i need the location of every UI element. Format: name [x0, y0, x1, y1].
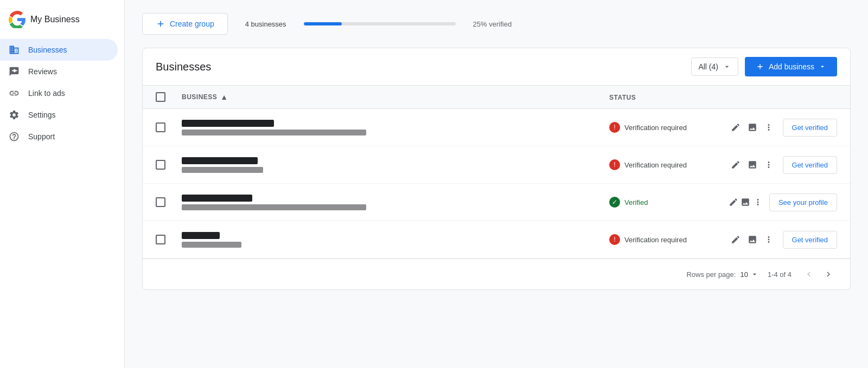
top-action-bar: Create group 4 businesses 25% verified [142, 13, 851, 35]
row2-get-verified-button[interactable]: Get verified [783, 156, 837, 174]
row1-business-info [182, 120, 609, 135]
row1-photo-button[interactable] [745, 118, 760, 137]
row1-status: ! Verification required [609, 122, 729, 133]
row2-checkbox[interactable] [156, 160, 165, 170]
add-icon [156, 19, 165, 29]
row3-business-info [182, 195, 609, 210]
row4-business-name [182, 232, 220, 239]
businesses-title: Businesses [156, 61, 211, 73]
chevron-left-icon [804, 269, 814, 279]
add-business-button[interactable]: Add business [745, 57, 837, 76]
reviews-icon [9, 66, 20, 77]
google-logo-icon [9, 11, 26, 28]
select-all-checkbox[interactable] [156, 92, 165, 102]
progress-section: 4 businesses 25% verified [237, 20, 851, 28]
more-icon [764, 160, 774, 170]
sidebar-item-settings-label: Settings [28, 111, 56, 119]
rows-per-page-value: 10 [740, 270, 748, 279]
row3-edit-button[interactable] [729, 192, 738, 212]
rows-dropdown-icon [750, 270, 759, 279]
select-all-checkbox-area [156, 92, 182, 102]
business-column-header[interactable]: Business ▲ [182, 93, 609, 101]
row1-status-icon: ! [609, 122, 620, 133]
row4-photo-button[interactable] [745, 230, 760, 249]
status-column-header: Status [609, 92, 729, 102]
sidebar-item-reviews[interactable]: Reviews [0, 61, 118, 82]
row3-checkbox[interactable] [156, 197, 165, 207]
row2-more-button[interactable] [762, 155, 776, 175]
row3-more-button[interactable] [753, 192, 763, 212]
add-business-icon [756, 62, 764, 71]
sidebar-item-settings[interactable]: Settings [0, 104, 118, 126]
row4-get-verified-button[interactable]: Get verified [783, 231, 837, 249]
row1-edit-button[interactable] [729, 118, 743, 137]
row2-edit-button[interactable] [729, 155, 743, 175]
row3-status: ✓ Verified [609, 197, 729, 208]
verified-percent: 25% verified [473, 20, 512, 28]
add-business-dropdown-icon [819, 63, 826, 70]
sidebar-item-support[interactable]: Support [0, 126, 118, 147]
row2-business-address [182, 167, 263, 173]
page-nav [800, 266, 837, 283]
support-icon [9, 131, 20, 142]
row1-business-address [182, 130, 366, 135]
row1-actions: Get verified [729, 118, 837, 137]
prev-page-button[interactable] [800, 266, 818, 283]
filter-dropdown[interactable]: All (4) [691, 57, 738, 76]
page-info: 1-4 of 4 [768, 270, 792, 279]
row1-get-verified-button[interactable]: Get verified [783, 119, 837, 137]
sidebar-item-support-label: Support [28, 132, 55, 141]
sidebar-item-link-to-ads-label: Link to ads [28, 89, 65, 98]
photo-icon [748, 160, 757, 170]
sidebar-item-link-to-ads[interactable]: Link to ads [0, 82, 118, 104]
businesses-section: Businesses All (4) Add business [142, 48, 851, 290]
chevron-down-icon [723, 62, 731, 71]
table-row: ! Verification required Get verified [143, 109, 850, 146]
photo-icon [748, 122, 757, 132]
table-row: ! Verification required Get verified [143, 146, 850, 184]
row2-status: ! Verification required [609, 159, 729, 170]
row4-business-info [182, 232, 609, 248]
sidebar-item-businesses-label: Businesses [28, 46, 67, 54]
row4-business-address [182, 242, 241, 248]
more-icon [764, 122, 774, 132]
more-icon [753, 197, 763, 207]
row1-more-button[interactable] [762, 118, 776, 137]
row4-checkbox[interactable] [156, 235, 165, 244]
businesses-header-right: All (4) Add business [691, 57, 837, 76]
row4-edit-button[interactable] [729, 230, 743, 249]
sidebar-item-reviews-label: Reviews [28, 67, 57, 76]
sidebar-item-businesses[interactable]: Businesses [0, 39, 118, 61]
row4-check [156, 235, 182, 244]
rows-per-page-select[interactable]: 10 [740, 270, 758, 279]
row4-status-text: Verification required [624, 236, 687, 244]
main-area: Create group 4 businesses 25% verified B… [125, 0, 868, 368]
businesses-icon [9, 44, 20, 55]
sort-icon: ▲ [220, 93, 228, 101]
row2-business-name [182, 157, 258, 164]
filter-label: All (4) [698, 62, 718, 71]
next-page-button[interactable] [820, 266, 837, 283]
progress-bar-fill [304, 22, 342, 25]
row1-status-text: Verification required [624, 124, 687, 132]
settings-icon [9, 109, 20, 120]
table-row: ! Verification required Get verified [143, 221, 850, 259]
content-area: Create group 4 businesses 25% verified B… [125, 0, 868, 368]
row2-photo-button[interactable] [745, 155, 760, 175]
status-col-label: Status [609, 94, 636, 101]
row4-more-button[interactable] [762, 230, 776, 249]
photo-icon [741, 197, 750, 207]
row2-business-info [182, 157, 609, 173]
row3-actions: See your profile [729, 192, 837, 212]
rows-per-page-label: Rows per page: [686, 270, 736, 279]
progress-bar-container [304, 22, 456, 25]
create-group-button[interactable]: Create group [142, 13, 228, 35]
edit-icon [729, 197, 738, 207]
row3-status-text: Verified [624, 198, 648, 206]
see-profile-button[interactable]: See your profile [769, 193, 837, 211]
row1-business-name [182, 120, 274, 127]
link-icon [9, 88, 20, 99]
row4-status-icon: ! [609, 234, 620, 245]
row1-checkbox[interactable] [156, 122, 165, 132]
row3-photo-button[interactable] [741, 192, 750, 212]
